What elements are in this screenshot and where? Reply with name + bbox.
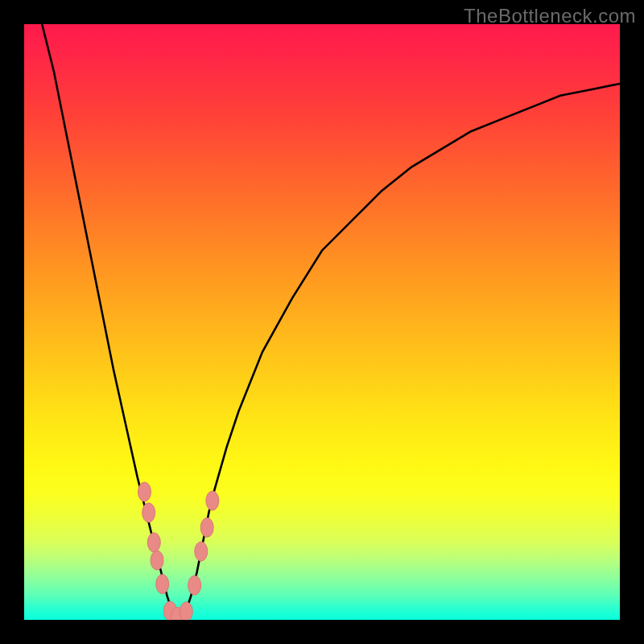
- data-marker: [147, 533, 160, 552]
- data-marker: [180, 602, 192, 620]
- data-marker: [142, 503, 155, 522]
- chart-frame: TheBottleneck.com: [0, 0, 644, 644]
- data-marker: [195, 542, 208, 561]
- chart-svg: [24, 24, 620, 620]
- watermark-text: TheBottleneck.com: [464, 5, 636, 27]
- data-marker: [156, 575, 169, 594]
- marker-group: [138, 482, 218, 620]
- data-marker: [200, 518, 213, 537]
- plot-area: [24, 24, 620, 620]
- data-marker: [206, 491, 219, 510]
- data-marker: [151, 551, 163, 570]
- data-marker: [188, 576, 201, 595]
- data-marker: [138, 482, 151, 502]
- curve-left-branch: [42, 24, 173, 614]
- curve-right-branch: [185, 84, 620, 614]
